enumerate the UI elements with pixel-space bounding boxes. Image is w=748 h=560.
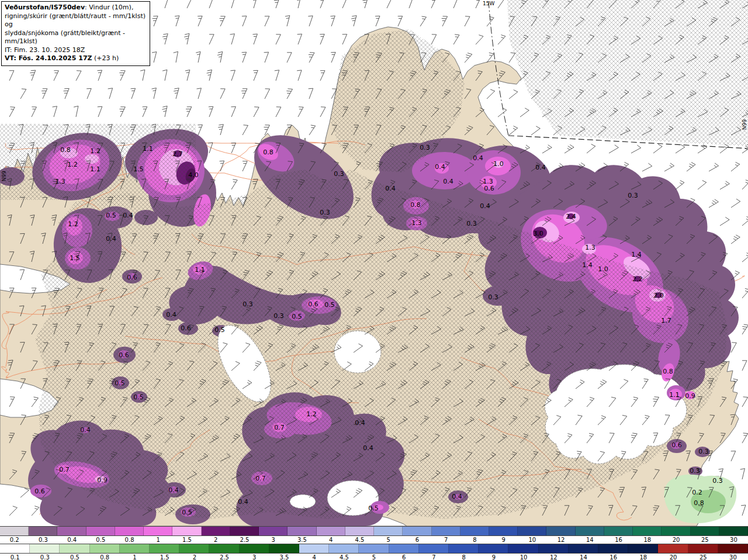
colorbar-1-cells <box>0 526 748 536</box>
colorbar-segment <box>240 544 269 553</box>
colorbar-tick-label: 9 <box>479 554 508 560</box>
colorbar-segment <box>57 527 86 535</box>
colorbar-segment <box>172 527 201 535</box>
colorbar-tick-label: 0.3 <box>29 536 57 544</box>
colorbar-segment <box>449 544 479 553</box>
colorbar-segment <box>288 527 316 535</box>
colorbar-tick-label: 0.3 <box>30 554 60 560</box>
colorbar-segment <box>479 544 508 553</box>
colorbar-segment <box>86 527 115 535</box>
colorbar-segment <box>0 527 29 535</box>
colorbar-segment <box>345 527 374 535</box>
colorbar-tick-label: 18 <box>633 536 662 544</box>
colorbar-segment <box>658 544 688 553</box>
colorbar-tick-label: 1 <box>144 536 172 544</box>
colorbar-segment <box>120 544 150 553</box>
colorbar-segment <box>202 527 230 535</box>
colorbar-tick-label: 12 <box>546 536 575 544</box>
colorbar-tick-label: 2 <box>202 536 230 544</box>
colorbar-segment <box>718 544 748 553</box>
title-line-3: slydda/snjókoma (grátt/bleikt/grænt - mm… <box>5 29 146 46</box>
colorbar-segment <box>150 544 179 553</box>
colorbar-tick-label: 18 <box>628 554 658 560</box>
colorbar-segment <box>329 544 359 553</box>
colorbar-segment <box>569 544 598 553</box>
colorbar-segment <box>546 527 575 535</box>
colorbar-tick-label: 7 <box>432 536 460 544</box>
colorbar-1-labels: 0.20.30.40.50.811.522.533.544.5567891012… <box>0 536 748 544</box>
colorbar-tick-label: 0.4 <box>57 536 86 544</box>
colorbar-tick-label: 1 <box>120 554 150 560</box>
colorbar-tick-label: 8 <box>460 536 489 544</box>
colorbar-tick-label: 0.8 <box>90 554 120 560</box>
colorbar-segment <box>269 544 299 553</box>
colorbar-tick-label: 0.2 <box>0 536 29 544</box>
glacier-eyjafjallajokull <box>290 495 316 509</box>
colorbar-tick-label: 30 <box>719 536 748 544</box>
colorbar-tick-label: 30 <box>718 554 748 560</box>
colorbar-tick-label: 3.5 <box>288 536 316 544</box>
colorbar-tick-label: 1.5 <box>172 536 201 544</box>
title-line-2: rigning/skúrir (grænt/blátt/rautt - mm/1… <box>5 12 146 29</box>
colorbar-tick-label: 10 <box>508 554 538 560</box>
colorbar-tick-label: 0.8 <box>115 536 144 544</box>
colorbar-tick-label: 3 <box>240 554 269 560</box>
colorbar-segment <box>389 544 419 553</box>
colorbar-segment <box>299 544 329 553</box>
colorbar-segment <box>230 527 259 535</box>
colorbar-tick-label: 0.5 <box>60 554 89 560</box>
colorbar-tick-label: 4 <box>317 536 345 544</box>
colorbar-segment <box>489 527 518 535</box>
legend-colorbars: 0.20.30.40.50.811.522.533.544.5567891012… <box>0 526 748 560</box>
colorbar-segment <box>359 544 389 553</box>
colorbar-segment <box>576 527 604 535</box>
colorbar-segment <box>115 527 144 535</box>
valid-time: VT: Fös. 24.10.2025 17Z (+23 h) <box>5 54 146 63</box>
colorbar-segment <box>60 544 89 553</box>
colorbar-2-labels: 0.10.30.50.811.522.533.544.5567891012141… <box>0 554 748 560</box>
colorbar-segment <box>29 527 57 535</box>
colorbar-segment <box>144 527 172 535</box>
colorbar-tick-label: 3 <box>259 536 288 544</box>
colorbar-tick-label: 2 <box>179 554 209 560</box>
colorbar-segment <box>518 527 546 535</box>
colorbar-tick-label: 9 <box>489 536 518 544</box>
colorbar-tick-label: 7 <box>419 554 449 560</box>
colorbar-tick-label: 3.5 <box>269 554 299 560</box>
colorbar-segment <box>604 527 633 535</box>
colorbar-segment <box>539 544 569 553</box>
colorbar-tick-label: 0.5 <box>86 536 115 544</box>
colorbar-segment <box>628 544 658 553</box>
colorbar-tick-label: 10 <box>518 536 546 544</box>
colorbar-tick-label: 2.5 <box>230 536 259 544</box>
colorbar-segment <box>30 544 60 553</box>
colorbar-tick-label: 5 <box>359 554 389 560</box>
colorbar-tick-label: 6 <box>403 536 431 544</box>
colorbar-segment <box>90 544 120 553</box>
colorbar-segment <box>209 544 239 553</box>
colorbar-tick-label: 8 <box>449 554 479 560</box>
colorbar-tick-label: 1.5 <box>150 554 179 560</box>
colorbar-segment <box>460 527 489 535</box>
weather-map: 0.81.21.21.11.31.12.71.54.00.80.30.30.30… <box>0 0 748 526</box>
glacier-hofsjokull <box>334 331 381 373</box>
colorbar-segment <box>419 544 449 553</box>
title-line-1: Veðurstofan/IS750dev: Vindur (10m), <box>5 4 146 12</box>
colorbar-segment <box>259 527 288 535</box>
colorbar-segment <box>691 527 719 535</box>
colorbar-tick-label: 6 <box>389 554 419 560</box>
colorbar-tick-label: 2.5 <box>209 554 239 560</box>
colorbar-tick-label: 25 <box>688 554 718 560</box>
colorbar-tick-label: 4.5 <box>329 554 359 560</box>
colorbar-tick-label: 0.1 <box>0 554 30 560</box>
colorbar-segment <box>719 527 748 535</box>
colorbar-segment <box>432 527 460 535</box>
colorbar-segment <box>179 544 209 553</box>
colorbar-segment <box>403 527 431 535</box>
colorbar-tick-label: 4 <box>299 554 329 560</box>
colorbar-segment <box>374 527 403 535</box>
colorbar-segment <box>0 544 30 553</box>
colorbar-segment <box>633 527 662 535</box>
colorbar-tick-label: 5 <box>374 536 403 544</box>
colorbar-segment <box>688 544 718 553</box>
